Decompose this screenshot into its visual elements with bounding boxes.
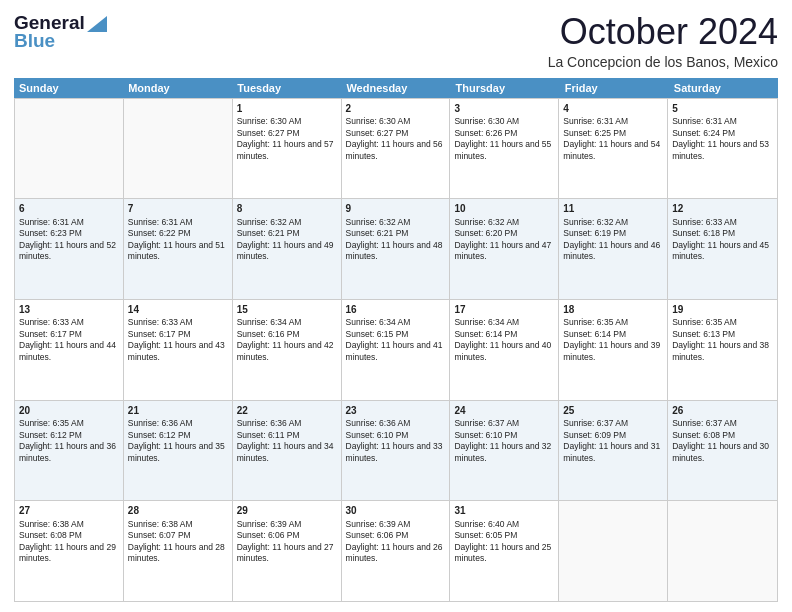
cell-info: Sunrise: 6:30 AM Sunset: 6:27 PM Dayligh…	[346, 116, 446, 162]
cell-info: Sunrise: 6:37 AM Sunset: 6:09 PM Dayligh…	[563, 418, 663, 464]
calendar-row-2: 13Sunrise: 6:33 AM Sunset: 6:17 PM Dayli…	[15, 299, 777, 400]
cell-info: Sunrise: 6:37 AM Sunset: 6:08 PM Dayligh…	[672, 418, 773, 464]
cell-info: Sunrise: 6:34 AM Sunset: 6:16 PM Dayligh…	[237, 317, 337, 363]
day-number: 8	[237, 202, 337, 216]
cell-info: Sunrise: 6:34 AM Sunset: 6:14 PM Dayligh…	[454, 317, 554, 363]
day-number: 13	[19, 303, 119, 317]
calendar-cell-r2c2: 15Sunrise: 6:34 AM Sunset: 6:16 PM Dayli…	[233, 300, 342, 400]
day-number: 18	[563, 303, 663, 317]
cell-info: Sunrise: 6:36 AM Sunset: 6:11 PM Dayligh…	[237, 418, 337, 464]
calendar-cell-r0c0	[15, 99, 124, 199]
calendar-cell-r3c3: 23Sunrise: 6:36 AM Sunset: 6:10 PM Dayli…	[342, 401, 451, 501]
day-number: 12	[672, 202, 773, 216]
col-header-wednesday: Wednesday	[341, 78, 450, 98]
day-number: 31	[454, 504, 554, 518]
calendar-cell-r1c4: 10Sunrise: 6:32 AM Sunset: 6:20 PM Dayli…	[450, 199, 559, 299]
calendar-cell-r4c3: 30Sunrise: 6:39 AM Sunset: 6:06 PM Dayli…	[342, 501, 451, 601]
cell-info: Sunrise: 6:33 AM Sunset: 6:17 PM Dayligh…	[19, 317, 119, 363]
calendar-row-3: 20Sunrise: 6:35 AM Sunset: 6:12 PM Dayli…	[15, 400, 777, 501]
day-number: 3	[454, 102, 554, 116]
day-number: 6	[19, 202, 119, 216]
calendar-cell-r3c5: 25Sunrise: 6:37 AM Sunset: 6:09 PM Dayli…	[559, 401, 668, 501]
cell-info: Sunrise: 6:31 AM Sunset: 6:23 PM Dayligh…	[19, 217, 119, 263]
calendar-cell-r0c3: 2Sunrise: 6:30 AM Sunset: 6:27 PM Daylig…	[342, 99, 451, 199]
cell-info: Sunrise: 6:34 AM Sunset: 6:15 PM Dayligh…	[346, 317, 446, 363]
calendar-cell-r2c4: 17Sunrise: 6:34 AM Sunset: 6:14 PM Dayli…	[450, 300, 559, 400]
day-number: 11	[563, 202, 663, 216]
page: General Blue October 2024 La Concepcion …	[0, 0, 792, 612]
cell-info: Sunrise: 6:35 AM Sunset: 6:14 PM Dayligh…	[563, 317, 663, 363]
day-number: 7	[128, 202, 228, 216]
calendar-header: SundayMondayTuesdayWednesdayThursdayFrid…	[14, 78, 778, 98]
cell-info: Sunrise: 6:36 AM Sunset: 6:12 PM Dayligh…	[128, 418, 228, 464]
cell-info: Sunrise: 6:35 AM Sunset: 6:12 PM Dayligh…	[19, 418, 119, 464]
day-number: 16	[346, 303, 446, 317]
logo-blue-text: Blue	[14, 30, 55, 52]
location-label: La Concepcion de los Banos, Mexico	[548, 54, 778, 70]
col-header-thursday: Thursday	[451, 78, 560, 98]
cell-info: Sunrise: 6:37 AM Sunset: 6:10 PM Dayligh…	[454, 418, 554, 464]
day-number: 5	[672, 102, 773, 116]
calendar-cell-r0c2: 1Sunrise: 6:30 AM Sunset: 6:27 PM Daylig…	[233, 99, 342, 199]
day-number: 30	[346, 504, 446, 518]
day-number: 14	[128, 303, 228, 317]
cell-info: Sunrise: 6:35 AM Sunset: 6:13 PM Dayligh…	[672, 317, 773, 363]
day-number: 23	[346, 404, 446, 418]
logo: General Blue	[14, 12, 107, 52]
month-title: October 2024	[548, 12, 778, 52]
calendar-cell-r1c5: 11Sunrise: 6:32 AM Sunset: 6:19 PM Dayli…	[559, 199, 668, 299]
cell-info: Sunrise: 6:33 AM Sunset: 6:17 PM Dayligh…	[128, 317, 228, 363]
col-header-sunday: Sunday	[14, 78, 123, 98]
day-number: 26	[672, 404, 773, 418]
cell-info: Sunrise: 6:39 AM Sunset: 6:06 PM Dayligh…	[346, 519, 446, 565]
calendar-row-0: 1Sunrise: 6:30 AM Sunset: 6:27 PM Daylig…	[15, 98, 777, 199]
day-number: 24	[454, 404, 554, 418]
day-number: 2	[346, 102, 446, 116]
day-number: 28	[128, 504, 228, 518]
calendar-cell-r3c0: 20Sunrise: 6:35 AM Sunset: 6:12 PM Dayli…	[15, 401, 124, 501]
calendar-cell-r1c3: 9Sunrise: 6:32 AM Sunset: 6:21 PM Daylig…	[342, 199, 451, 299]
day-number: 20	[19, 404, 119, 418]
logo-triangle-icon	[87, 16, 107, 32]
calendar-body: 1Sunrise: 6:30 AM Sunset: 6:27 PM Daylig…	[14, 98, 778, 602]
cell-info: Sunrise: 6:38 AM Sunset: 6:07 PM Dayligh…	[128, 519, 228, 565]
svg-marker-0	[87, 16, 107, 32]
title-area: October 2024 La Concepcion de los Banos,…	[548, 12, 778, 70]
day-number: 25	[563, 404, 663, 418]
day-number: 15	[237, 303, 337, 317]
calendar-row-1: 6Sunrise: 6:31 AM Sunset: 6:23 PM Daylig…	[15, 198, 777, 299]
cell-info: Sunrise: 6:30 AM Sunset: 6:27 PM Dayligh…	[237, 116, 337, 162]
calendar-cell-r2c3: 16Sunrise: 6:34 AM Sunset: 6:15 PM Dayli…	[342, 300, 451, 400]
cell-info: Sunrise: 6:32 AM Sunset: 6:19 PM Dayligh…	[563, 217, 663, 263]
cell-info: Sunrise: 6:32 AM Sunset: 6:20 PM Dayligh…	[454, 217, 554, 263]
calendar-cell-r4c5	[559, 501, 668, 601]
calendar-row-4: 27Sunrise: 6:38 AM Sunset: 6:08 PM Dayli…	[15, 500, 777, 601]
calendar-cell-r3c1: 21Sunrise: 6:36 AM Sunset: 6:12 PM Dayli…	[124, 401, 233, 501]
day-number: 10	[454, 202, 554, 216]
calendar-cell-r4c6	[668, 501, 777, 601]
day-number: 17	[454, 303, 554, 317]
calendar-cell-r2c6: 19Sunrise: 6:35 AM Sunset: 6:13 PM Dayli…	[668, 300, 777, 400]
col-header-friday: Friday	[560, 78, 669, 98]
calendar-cell-r2c5: 18Sunrise: 6:35 AM Sunset: 6:14 PM Dayli…	[559, 300, 668, 400]
calendar-cell-r1c0: 6Sunrise: 6:31 AM Sunset: 6:23 PM Daylig…	[15, 199, 124, 299]
calendar-cell-r2c1: 14Sunrise: 6:33 AM Sunset: 6:17 PM Dayli…	[124, 300, 233, 400]
calendar-cell-r2c0: 13Sunrise: 6:33 AM Sunset: 6:17 PM Dayli…	[15, 300, 124, 400]
cell-info: Sunrise: 6:32 AM Sunset: 6:21 PM Dayligh…	[346, 217, 446, 263]
cell-info: Sunrise: 6:30 AM Sunset: 6:26 PM Dayligh…	[454, 116, 554, 162]
cell-info: Sunrise: 6:31 AM Sunset: 6:24 PM Dayligh…	[672, 116, 773, 162]
calendar-cell-r4c4: 31Sunrise: 6:40 AM Sunset: 6:05 PM Dayli…	[450, 501, 559, 601]
calendar-cell-r4c0: 27Sunrise: 6:38 AM Sunset: 6:08 PM Dayli…	[15, 501, 124, 601]
cell-info: Sunrise: 6:32 AM Sunset: 6:21 PM Dayligh…	[237, 217, 337, 263]
day-number: 29	[237, 504, 337, 518]
day-number: 4	[563, 102, 663, 116]
day-number: 21	[128, 404, 228, 418]
calendar: SundayMondayTuesdayWednesdayThursdayFrid…	[14, 78, 778, 602]
calendar-cell-r0c1	[124, 99, 233, 199]
calendar-cell-r3c2: 22Sunrise: 6:36 AM Sunset: 6:11 PM Dayli…	[233, 401, 342, 501]
cell-info: Sunrise: 6:31 AM Sunset: 6:25 PM Dayligh…	[563, 116, 663, 162]
day-number: 19	[672, 303, 773, 317]
col-header-tuesday: Tuesday	[232, 78, 341, 98]
calendar-cell-r1c1: 7Sunrise: 6:31 AM Sunset: 6:22 PM Daylig…	[124, 199, 233, 299]
calendar-cell-r1c2: 8Sunrise: 6:32 AM Sunset: 6:21 PM Daylig…	[233, 199, 342, 299]
